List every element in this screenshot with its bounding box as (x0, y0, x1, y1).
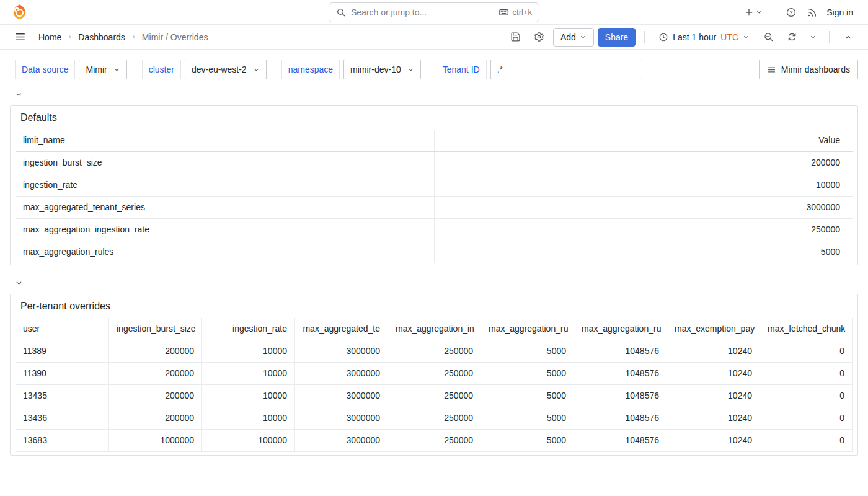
table-cell: 250000 (388, 430, 480, 451)
save-dashboard-button[interactable] (506, 28, 526, 46)
menu-icon (14, 31, 26, 43)
breadcrumb-dashboards[interactable]: Dashboards (78, 32, 125, 42)
keyboard-icon (498, 7, 509, 17)
namespace-value: mimir-dev-10 (350, 64, 401, 74)
column-header[interactable]: max_aggregation_in (388, 318, 480, 340)
tenant-id-input[interactable] (490, 60, 642, 79)
namespace-select[interactable]: mimir-dev-10 (343, 60, 421, 79)
column-header[interactable]: ingestion_rate (202, 318, 294, 340)
share-button[interactable]: Share (598, 28, 636, 46)
apps-icon (767, 65, 776, 74)
column-header[interactable]: max_aggregation_ru (480, 318, 574, 340)
refresh-interval-button[interactable] (805, 28, 820, 46)
collapse-toolbar-button[interactable] (838, 28, 858, 46)
dashboard-canvas: Data source Mimir cluster dev-eu-west-2 … (0, 60, 868, 496)
table-cell: ingestion_burst_size (16, 152, 434, 174)
search-shortcut: ctrl+k (498, 7, 532, 17)
chevron-down-icon (580, 33, 587, 40)
table-row: ingestion_rate10000 (16, 174, 852, 197)
table-cell: 3000000 (294, 385, 388, 407)
namespace-label: namespace (281, 60, 340, 79)
help-button[interactable]: ? (782, 2, 800, 22)
divider (774, 6, 774, 19)
news-button[interactable] (803, 2, 822, 22)
menu-button[interactable] (10, 27, 30, 47)
table-cell: 10000 (202, 340, 294, 362)
zoom-out-time-button[interactable] (758, 28, 778, 46)
column-header[interactable]: max_aggregated_te (294, 318, 388, 340)
table-cell: 0 (760, 363, 852, 384)
table-cell: 200000 (434, 152, 852, 174)
cluster-select[interactable]: dev-eu-west-2 (185, 60, 267, 79)
mimir-dashboards-button[interactable]: Mimir dashboards (759, 60, 858, 79)
table-cell: 200000 (108, 363, 202, 384)
column-header[interactable]: limit_name (16, 130, 434, 151)
table-cell: 10240 (666, 340, 760, 362)
new-button[interactable] (740, 2, 766, 22)
table-cell: 3000000 (294, 407, 388, 429)
table-row: 1343620000010000300000025000050001048576… (16, 407, 852, 430)
divider (829, 31, 830, 43)
table-cell: 200000 (108, 407, 202, 429)
table-cell: 11390 (16, 363, 108, 384)
chevron-down-icon (743, 33, 750, 40)
chevron-down-icon (15, 279, 23, 287)
datasource-select[interactable]: Mimir (79, 60, 126, 79)
clock-icon (658, 32, 668, 42)
dashboard-settings-button[interactable] (529, 28, 549, 46)
table-cell: 10000 (434, 174, 852, 196)
table-cell: 200000 (108, 385, 202, 407)
shortcut-label: ctrl+k (513, 7, 532, 17)
breadcrumb-home[interactable]: Home (38, 32, 61, 42)
search-input[interactable]: Search or jump to... ctrl+k (329, 2, 539, 22)
search-wrap: Search or jump to... ctrl+k (329, 2, 539, 22)
sign-in-button[interactable]: Sign in (824, 7, 858, 17)
table-cell: 10000 (202, 363, 294, 384)
chevron-right-icon (130, 33, 137, 40)
overrides-panel-title[interactable]: Per-tenant overrides (11, 294, 857, 318)
table-cell: 5000 (480, 340, 574, 362)
caret-up-icon (844, 33, 852, 42)
column-header[interactable]: max_exemption_pay (666, 318, 760, 340)
top-nav: Search or jump to... ctrl+k (0, 0, 868, 25)
table-cell: 13435 (16, 385, 108, 407)
table-cell: 1000000 (108, 430, 202, 451)
refresh-icon (787, 32, 797, 42)
table-cell: 0 (760, 407, 852, 429)
table-cell: 11389 (16, 340, 108, 362)
table-cell: 5000 (480, 407, 574, 429)
column-header[interactable]: max_fetched_chunk (760, 318, 852, 340)
add-button[interactable]: Add (553, 28, 594, 46)
time-range-picker[interactable]: Last 1 hour UTC (653, 28, 755, 46)
time-range-label: Last 1 hour (673, 32, 716, 42)
table-cell: 10240 (666, 385, 760, 407)
table-cell: 0 (760, 340, 852, 362)
defaults-panel-title[interactable]: Defaults (11, 106, 857, 130)
datasource-filter: Data source Mimir (15, 60, 127, 79)
table-cell: 3000000 (294, 363, 388, 384)
column-header[interactable]: user (16, 318, 108, 340)
table-header-row: useringestion_burst_sizeingestion_ratema… (16, 318, 852, 340)
table-cell: 250000 (388, 340, 480, 362)
table-cell: 1048576 (574, 363, 666, 384)
grafana-logo[interactable] (10, 3, 29, 22)
table-cell: 5000 (480, 363, 574, 384)
row-collapse-toggle[interactable] (15, 89, 25, 99)
table-cell: 100000 (202, 430, 294, 451)
table-cell: 1048576 (574, 340, 666, 362)
table-header-row: limit_nameValue (16, 130, 852, 152)
row-collapse-toggle[interactable] (15, 278, 25, 288)
column-header[interactable]: max_aggregation_ru (574, 318, 666, 340)
chevron-right-icon (66, 33, 73, 40)
cluster-label: cluster (142, 60, 181, 79)
gear-icon (534, 32, 544, 42)
column-header[interactable]: ingestion_burst_size (108, 318, 202, 340)
column-header[interactable]: Value (434, 130, 852, 151)
table-cell: 5000 (434, 241, 852, 263)
share-button-label: Share (605, 32, 628, 42)
rss-icon (807, 7, 818, 18)
table-cell: 5000 (480, 385, 574, 407)
refresh-button[interactable] (782, 28, 802, 46)
plus-icon (744, 7, 754, 17)
table-cell: 1048576 (574, 430, 666, 451)
